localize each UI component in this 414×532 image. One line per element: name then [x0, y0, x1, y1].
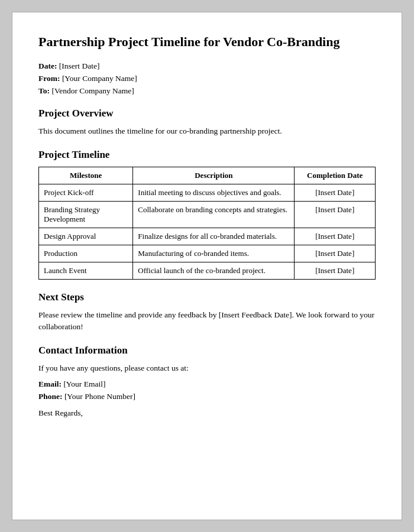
cell-milestone: Launch Event	[39, 262, 133, 279]
contact-email: Email: [Your Email]	[38, 379, 376, 389]
table-row: ProductionManufacturing of co-branded it…	[39, 245, 376, 262]
phone-value: [Your Phone Number]	[64, 392, 135, 401]
from-label: From:	[38, 74, 60, 83]
table-row: Launch EventOfficial launch of the co-br…	[39, 262, 376, 279]
cell-date: [Insert Date]	[295, 245, 376, 262]
overview-heading: Project Overview	[38, 108, 376, 119]
next-steps-text: Please review the timeline and provide a…	[38, 309, 376, 333]
contact-intro: If you have any questions, please contac…	[38, 362, 376, 374]
col-header-milestone: Milestone	[39, 167, 133, 184]
cell-date: [Insert Date]	[295, 184, 376, 201]
to-value: [Vendor Company Name]	[51, 86, 134, 95]
cell-milestone: Branding Strategy Development	[39, 201, 133, 228]
to-label: To:	[38, 86, 50, 95]
next-steps-heading: Next Steps	[38, 291, 376, 303]
email-value: [Your Email]	[63, 379, 105, 388]
cell-milestone: Design Approval	[39, 228, 133, 245]
document-container: Partnership Project Timeline for Vendor …	[12, 12, 402, 520]
timeline-table: Milestone Description Completion Date Pr…	[38, 167, 376, 280]
cell-milestone: Project Kick-off	[39, 184, 133, 201]
table-row: Design ApprovalFinalize designs for all …	[39, 228, 376, 245]
meta-to: To: [Vendor Company Name]	[38, 86, 376, 96]
contact-phone: Phone: [Your Phone Number]	[38, 392, 376, 401]
col-header-description: Description	[133, 167, 295, 184]
table-header-row: Milestone Description Completion Date	[39, 167, 376, 184]
document-title: Partnership Project Timeline for Vendor …	[38, 34, 376, 51]
cell-description: Collaborate on branding concepts and str…	[133, 201, 295, 228]
cell-date: [Insert Date]	[295, 228, 376, 245]
meta-date: Date: [Insert Date]	[38, 61, 376, 71]
phone-label: Phone:	[38, 392, 63, 401]
cell-description: Manufacturing of co-branded items.	[133, 245, 295, 262]
contact-heading: Contact Information	[38, 345, 376, 356]
col-header-date: Completion Date	[295, 167, 376, 184]
cell-description: Initial meeting to discuss objectives an…	[133, 184, 295, 201]
cell-description: Official launch of the co-branded projec…	[133, 262, 295, 279]
cell-date: [Insert Date]	[295, 201, 376, 228]
email-label: Email:	[38, 379, 62, 388]
cell-milestone: Production	[39, 245, 133, 262]
meta-from: From: [Your Company Name]	[38, 74, 376, 83]
from-value: [Your Company Name]	[62, 74, 137, 83]
overview-text: This document outlines the timeline for …	[38, 125, 376, 137]
cell-description: Finalize designs for all co-branded mate…	[133, 228, 295, 245]
date-label: Date:	[38, 61, 57, 70]
timeline-heading: Project Timeline	[38, 149, 376, 161]
date-value: [Insert Date]	[59, 61, 100, 70]
table-row: Project Kick-offInitial meeting to discu…	[39, 184, 376, 201]
closing-text: Best Regards,	[38, 407, 376, 419]
cell-date: [Insert Date]	[295, 262, 376, 279]
table-row: Branding Strategy DevelopmentCollaborate…	[39, 201, 376, 228]
